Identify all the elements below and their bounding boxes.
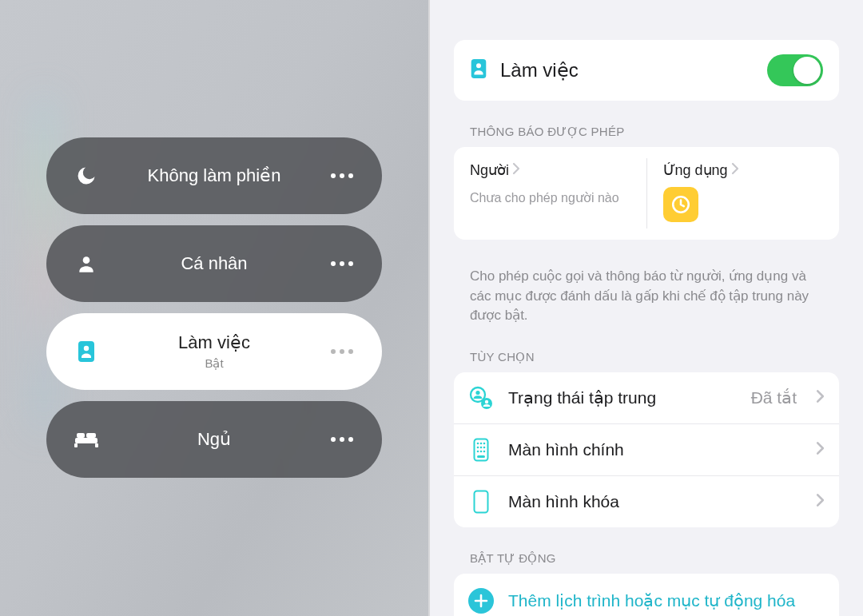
status-share-icon bbox=[468, 385, 494, 411]
svg-rect-26 bbox=[475, 491, 488, 512]
allowed-notifications-card: Người Chưa cho phép người nào Ứng dụng bbox=[454, 147, 839, 240]
focus-mode-sleep[interactable]: Ngủ bbox=[46, 401, 382, 478]
svg-point-14 bbox=[485, 400, 488, 403]
svg-point-18 bbox=[483, 443, 486, 445]
allowed-people[interactable]: Người Chưa cho phép người nào bbox=[454, 147, 646, 240]
option-lock-screen[interactable]: Màn hình khóa bbox=[454, 476, 839, 527]
section-allowed-label: THÔNG BÁO ĐƯỢC PHÉP bbox=[470, 125, 839, 139]
focus-header-row: Làm việc bbox=[454, 40, 839, 101]
option-label: Màn hình chính bbox=[508, 440, 801, 459]
moon-icon bbox=[70, 165, 102, 187]
people-empty-text: Chưa cho phép người nào bbox=[470, 190, 630, 205]
svg-point-12 bbox=[475, 391, 479, 395]
svg-point-9 bbox=[476, 63, 481, 68]
allowed-apps[interactable]: Ứng dụng bbox=[647, 147, 840, 240]
focus-mode-label: Không làm phiền bbox=[102, 165, 326, 186]
svg-point-24 bbox=[483, 451, 486, 453]
svg-rect-1 bbox=[78, 341, 94, 362]
chevron-right-icon bbox=[731, 162, 739, 179]
clock-app-icon bbox=[663, 187, 698, 222]
svg-point-21 bbox=[483, 447, 486, 449]
svg-rect-7 bbox=[86, 433, 96, 438]
focus-mode-label: Ngủ bbox=[102, 429, 326, 450]
svg-point-17 bbox=[480, 443, 483, 445]
home-screen-icon bbox=[468, 437, 494, 463]
svg-point-0 bbox=[83, 256, 90, 264]
plus-icon bbox=[468, 588, 494, 614]
svg-point-22 bbox=[477, 451, 479, 453]
focus-title: Làm việc bbox=[500, 59, 754, 81]
auto-card: Thêm lịch trình hoặc mục tự động hóa bbox=[454, 574, 839, 616]
lock-screen-icon bbox=[468, 489, 494, 515]
svg-point-20 bbox=[480, 447, 483, 449]
svg-rect-3 bbox=[75, 438, 97, 443]
svg-point-23 bbox=[480, 451, 483, 453]
add-schedule-button[interactable]: Thêm lịch trình hoặc mục tự động hóa bbox=[454, 574, 839, 616]
options-card: Trạng thái tập trung Đã tắt Màn hình chí… bbox=[454, 372, 839, 527]
section-auto-label: BẬT TỰ ĐỘNG bbox=[470, 551, 839, 566]
svg-rect-6 bbox=[77, 433, 85, 438]
svg-rect-8 bbox=[471, 59, 487, 78]
svg-point-16 bbox=[477, 443, 479, 445]
people-title: Người bbox=[470, 161, 509, 179]
badge-icon bbox=[470, 58, 487, 82]
chevron-right-icon bbox=[816, 441, 825, 459]
more-icon[interactable] bbox=[326, 173, 358, 178]
focus-enable-toggle[interactable] bbox=[767, 54, 823, 86]
option-label: Màn hình khóa bbox=[508, 492, 801, 511]
focus-mode-dnd[interactable]: Không làm phiền bbox=[46, 137, 382, 214]
chevron-right-icon bbox=[512, 162, 520, 179]
more-icon[interactable] bbox=[326, 261, 358, 266]
bed-icon bbox=[70, 431, 102, 448]
apps-title: Ứng dụng bbox=[663, 161, 728, 179]
allowed-explain-text: Cho phép cuộc gọi và thông báo từ người,… bbox=[454, 256, 839, 326]
option-home-screen[interactable]: Màn hình chính bbox=[454, 424, 839, 476]
option-label: Trạng thái tập trung bbox=[508, 388, 737, 407]
svg-point-19 bbox=[477, 447, 479, 449]
option-value: Đã tắt bbox=[751, 388, 797, 407]
svg-rect-25 bbox=[477, 455, 485, 458]
svg-rect-4 bbox=[74, 443, 78, 447]
focus-detail-panel: Làm việc THÔNG BÁO ĐƯỢC PHÉP Người Chưa … bbox=[428, 0, 863, 616]
chevron-right-icon bbox=[816, 389, 825, 407]
svg-rect-5 bbox=[95, 443, 98, 447]
focus-mode-personal[interactable]: Cá nhân bbox=[46, 225, 382, 302]
badge-icon bbox=[70, 340, 102, 363]
focus-mode-label: Cá nhân bbox=[102, 253, 326, 274]
focus-mode-label: Làm việc Bật bbox=[102, 332, 326, 371]
focus-mode-work-active[interactable]: Làm việc Bật bbox=[46, 313, 382, 390]
svg-point-2 bbox=[84, 346, 89, 351]
chevron-right-icon bbox=[816, 493, 825, 511]
focus-mode-switcher: Không làm phiền Cá nhân Làm việc Bật Ngủ bbox=[0, 0, 428, 616]
add-schedule-label: Thêm lịch trình hoặc mục tự động hóa bbox=[508, 591, 795, 610]
more-icon[interactable] bbox=[326, 437, 358, 442]
option-focus-status[interactable]: Trạng thái tập trung Đã tắt bbox=[454, 372, 839, 424]
person-icon bbox=[70, 253, 102, 274]
section-options-label: TÙY CHỌN bbox=[470, 350, 839, 364]
more-icon[interactable] bbox=[326, 349, 358, 354]
